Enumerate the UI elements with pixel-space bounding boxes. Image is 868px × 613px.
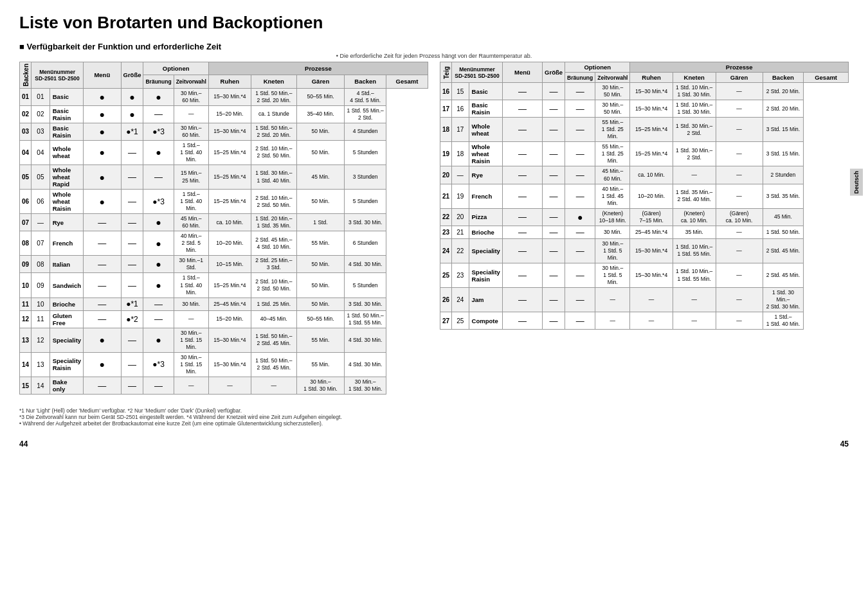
zeitvorwahl-cell: ● <box>565 208 595 226</box>
kneten-cell: 25–45 Min.*4 <box>630 226 673 238</box>
subtitle: • Die erforderliche Zeit für jeden Proze… <box>19 53 849 59</box>
page-left: 44 <box>19 440 28 449</box>
gesamt-cell: 4 Stunden <box>345 123 386 140</box>
backen-cell: — <box>716 238 763 263</box>
table-row: 10 09 Sandwich — — ● 1 Std.– 1 Std. 40 M… <box>20 273 428 298</box>
gesamt-cell: 3 Stunden <box>345 165 386 190</box>
table-row: 17 16 Basic Raisin — — — 30 Min.– 50 Min… <box>440 100 849 118</box>
zeitvorwahl-cell: — <box>143 165 174 190</box>
gaeren-cell: — <box>673 312 716 330</box>
groesse-cell: — <box>84 273 121 298</box>
ruhen-cell: 1 Std.– 1 Std. 40 Min. <box>174 190 208 214</box>
sd2501-cell: 18 <box>452 142 469 166</box>
sd2501-cell: 05 <box>32 165 50 190</box>
backen-cell: 50 Min. <box>296 273 345 298</box>
braunung-cell: — <box>121 328 143 352</box>
zeitvorwahl-cell: ● <box>143 231 174 256</box>
backen-cell: 50–55 Min. <box>296 310 345 328</box>
id-cell: 22 <box>440 208 452 226</box>
kneten-cell: 10–15 Min. <box>208 256 251 273</box>
gaeren-cell: (Kneten) ca. 10 Min. <box>673 208 716 226</box>
id-cell: 07 <box>20 214 32 231</box>
table-row: 12 11 Gluten Free — ●*2 — — 15–20 Min. 4… <box>20 310 428 328</box>
gesamt-cell: 4 Std. 30 Min. <box>345 328 386 352</box>
table-row: 22 20 Pizza — — ● (Kneten) 10–18 Min. (G… <box>440 208 849 226</box>
backen-cell: — <box>716 288 763 312</box>
table-row: 01 01 Basic ● ● ● 30 Min.– 60 Min. 15–30… <box>20 88 428 105</box>
gaeren-cell: 2 Std. 45 Min.– 4 Std. 10 Min. <box>251 231 296 256</box>
zeitvorwahl-cell: — <box>143 298 174 310</box>
sd2501-cell: 22 <box>452 238 469 263</box>
groesse-cell: — <box>84 298 121 310</box>
kneten-cell: ca. 10 Min. <box>630 166 673 184</box>
zeitvorwahl-cell: — <box>565 226 595 238</box>
sd2501-cell: 01 <box>32 88 50 105</box>
backen-cell: 50 Min. <box>296 140 345 164</box>
menu-cell: Basic Raisin <box>50 123 83 140</box>
braunung-cell: ●*1 <box>121 298 143 310</box>
menu-cell: Speciality <box>50 328 83 352</box>
kneten-cell: (Gären) 7–15 Min. <box>630 208 673 226</box>
groesse-cell: — <box>84 310 121 328</box>
kneten-cell: 15–25 Min.*4 <box>208 140 251 164</box>
kneten-cell: 15–20 Min. <box>208 105 251 123</box>
sd2501-cell: 08 <box>32 256 50 273</box>
groesse-cell: — <box>84 256 121 273</box>
ruhen-cell: 55 Min.– 1 Std. 25 Min. <box>595 118 630 142</box>
footnote-3: • Während der Aufgehzeit arbeitet der Br… <box>19 420 849 427</box>
zeitvorwahl-cell: — <box>565 184 595 208</box>
braunung-cell: — <box>543 142 565 166</box>
id-cell: 26 <box>440 288 452 312</box>
menunummer-right-header: MenünummerSD-2501 SD-2500 <box>452 62 503 83</box>
braunung-cell: — <box>121 140 143 164</box>
backen-col: Backen <box>345 75 386 88</box>
id-cell: 03 <box>20 123 32 140</box>
kneten-right-col: Kneten <box>673 73 716 83</box>
zeitvorwahl-cell: — <box>565 83 595 100</box>
groesse-cell: — <box>502 184 542 208</box>
backen-cell: — <box>716 226 763 238</box>
backen-cell: — <box>716 312 763 330</box>
kneten-cell: 10–20 Min. <box>208 231 251 256</box>
menu-cell: Speciality <box>469 238 502 263</box>
gaeren-cell: 1 Std. 20 Min.– 1 Std. 35 Min. <box>251 214 296 231</box>
braunung-cell: — <box>543 166 565 184</box>
table-row: 20 — Rye — — — 45 Min.– 60 Min. ca. 10 M… <box>440 166 849 184</box>
gaeren-cell: 2 Std. 25 Min.– 3 Std. <box>251 256 296 273</box>
table-row: 11 10 Brioche — ●*1 — 30 Min. 25–45 Min.… <box>20 298 428 310</box>
gaeren-cell: 2 Std. 10 Min.– 2 Std. 50 Min. <box>251 273 296 298</box>
teig-vert-header: Teig <box>440 62 452 83</box>
groesse-cell: — <box>502 166 542 184</box>
gesamt-cell: 1 Std. 55 Min.– 2 Std. <box>345 105 386 123</box>
gaeren-cell: 1 Std. 30 Min.– 2 Std. <box>673 118 716 142</box>
kneten-cell: 25–45 Min.*4 <box>208 298 251 310</box>
table-row: 26 24 Jam — — — — — — — 1 Std. 30 Min.– … <box>440 288 849 312</box>
zeitvorwahl-cell: ●*3 <box>143 190 174 214</box>
gaeren-cell: 1 Std. 50 Min.– 2 Std. 45 Min. <box>251 352 296 377</box>
backen-cell: 50 Min. <box>296 190 345 214</box>
backen-vert-header: Backen <box>20 62 32 89</box>
backen-cell: 30 Min.– 1 Std. 30 Min. <box>296 377 345 394</box>
zeitvorwahl-cell: ●*3 <box>143 352 174 377</box>
groesse-cell: ● <box>84 352 121 377</box>
right-table-section: Teig MenünummerSD-2501 SD-2500 Menü Größ… <box>440 62 849 330</box>
gesamt-cell: 2 Std. 20 Min. <box>763 100 804 118</box>
braunung-cell: — <box>543 263 565 287</box>
kneten-cell: 15–25 Min.*4 <box>630 142 673 166</box>
id-cell: 21 <box>440 184 452 208</box>
groesse-cell: ● <box>84 328 121 352</box>
id-cell: 06 <box>20 190 32 214</box>
braunung-cell: — <box>543 184 565 208</box>
id-cell: 17 <box>440 100 452 118</box>
kneten-cell: 15–20 Min. <box>208 310 251 328</box>
groesse-cell: ● <box>84 140 121 164</box>
sd2501-cell: 04 <box>32 140 50 164</box>
table-row: 25 23 Speciality Raisin — — — 30 Min.– 1… <box>440 263 849 287</box>
optionen-header: Optionen <box>143 62 208 75</box>
sd2501-cell: 15 <box>452 83 469 100</box>
kneten-col: Kneten <box>251 75 296 88</box>
kneten-cell: 15–30 Min.*4 <box>630 83 673 100</box>
backen-cell: 50 Min. <box>296 256 345 273</box>
kneten-cell: — <box>208 377 251 394</box>
table-row: 13 12 Speciality ● — ● 30 Min.– 1 Std. 1… <box>20 328 428 352</box>
